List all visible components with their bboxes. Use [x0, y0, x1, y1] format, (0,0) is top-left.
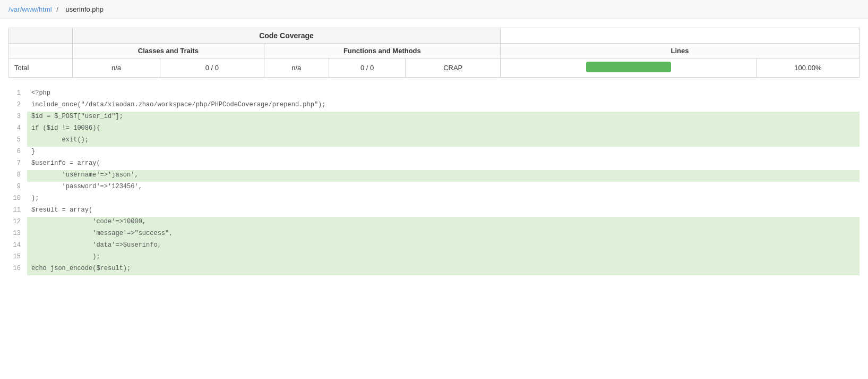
line-number: 4 — [8, 123, 27, 135]
line-content: $id = $_POST["user_id"]; — [27, 112, 860, 123]
code-line: 9 'password'=>'123456', — [8, 182, 860, 193]
line-content: } — [27, 147, 860, 158]
functions-ratio: 0 / 0 — [329, 58, 406, 78]
line-number: 11 — [8, 205, 27, 217]
total-label: Total — [9, 58, 73, 78]
code-line: 14 'data'=>$userinfo, — [8, 240, 860, 252]
functions-na: n/a — [264, 58, 329, 78]
breadcrumb-separator: / — [56, 5, 58, 13]
line-number: 7 — [8, 158, 27, 170]
lines-bar-cell — [501, 58, 757, 78]
line-number: 2 — [8, 100, 27, 112]
line-content: <?php — [27, 88, 860, 100]
coverage-table: Code Coverage Classes and Traits Functio… — [8, 28, 860, 78]
line-number: 3 — [8, 112, 27, 123]
code-line: 11$result = array( — [8, 205, 860, 217]
line-content: ); — [27, 252, 860, 264]
coverage-title: Code Coverage — [73, 28, 501, 44]
line-content: exit(); — [27, 135, 860, 147]
line-content: $userinfo = array( — [27, 158, 860, 170]
line-number: 15 — [8, 252, 27, 264]
line-number: 10 — [8, 193, 27, 205]
line-content: 'username'=>'jason', — [27, 170, 860, 182]
header-lines: Lines — [501, 44, 860, 58]
code-line: 8 'username'=>'jason', — [8, 170, 860, 182]
classes-ratio: 0 / 0 — [160, 58, 264, 78]
code-line: 7$userinfo = array( — [8, 158, 860, 170]
code-line: 16echo json_encode($result); — [8, 264, 860, 275]
code-line: 6} — [8, 147, 860, 158]
code-line: 12 'code'=>10000, — [8, 217, 860, 229]
crap-label: CRAP — [443, 64, 462, 72]
header-empty — [9, 28, 73, 44]
line-content: include_once("/data/xiaodan.zhao/workspa… — [27, 100, 860, 112]
coverage-header-row-1: Code Coverage — [9, 28, 860, 44]
line-content: 'data'=>$userinfo, — [27, 240, 860, 252]
breadcrumb-path-link[interactable]: /var/www/html — [8, 5, 52, 13]
line-number: 5 — [8, 135, 27, 147]
breadcrumb: /var/www/html / userinfo.php — [0, 0, 868, 19]
coverage-section: Code Coverage Classes and Traits Functio… — [8, 28, 860, 78]
total-row: Total n/a 0 / 0 n/a 0 / 0 CRAP 100.00% — [9, 58, 860, 78]
coverage-header-row-2: Classes and Traits Functions and Methods… — [9, 44, 860, 58]
line-number: 8 — [8, 170, 27, 182]
line-number: 6 — [8, 147, 27, 158]
code-line: 5 exit(); — [8, 135, 860, 147]
header-functions-methods: Functions and Methods — [264, 44, 500, 58]
line-content: 'password'=>'123456', — [27, 182, 860, 193]
code-line: 4if ($id != 10086){ — [8, 123, 860, 135]
classes-na: n/a — [73, 58, 160, 78]
lines-progress-bar — [586, 62, 671, 72]
line-content: 'code'=>10000, — [27, 217, 860, 229]
line-content: ); — [27, 193, 860, 205]
code-line: 3$id = $_POST["user_id"]; — [8, 112, 860, 123]
code-line: 1<?php — [8, 88, 860, 100]
header-empty2 — [9, 44, 73, 58]
code-line: 15 ); — [8, 252, 860, 264]
line-number: 14 — [8, 240, 27, 252]
line-number: 16 — [8, 264, 27, 275]
line-number: 12 — [8, 217, 27, 229]
line-content: $result = array( — [27, 205, 860, 217]
code-line: 13 'message'=>"success", — [8, 229, 860, 240]
lines-percent: 100.00% — [757, 58, 859, 78]
line-number: 1 — [8, 88, 27, 100]
breadcrumb-file: userinfo.php — [66, 5, 104, 13]
line-content: if ($id != 10086){ — [27, 123, 860, 135]
header-classes-traits: Classes and Traits — [73, 44, 264, 58]
code-line: 10); — [8, 193, 860, 205]
line-content: 'message'=>"success", — [27, 229, 860, 240]
lines-progress-fill — [586, 62, 671, 72]
line-content: echo json_encode($result); — [27, 264, 860, 275]
crap-cell: CRAP — [406, 58, 501, 78]
line-number: 9 — [8, 182, 27, 193]
line-number: 13 — [8, 229, 27, 240]
code-section: 1<?php2include_once("/data/xiaodan.zhao/… — [8, 88, 860, 275]
code-line: 2include_once("/data/xiaodan.zhao/worksp… — [8, 100, 860, 112]
